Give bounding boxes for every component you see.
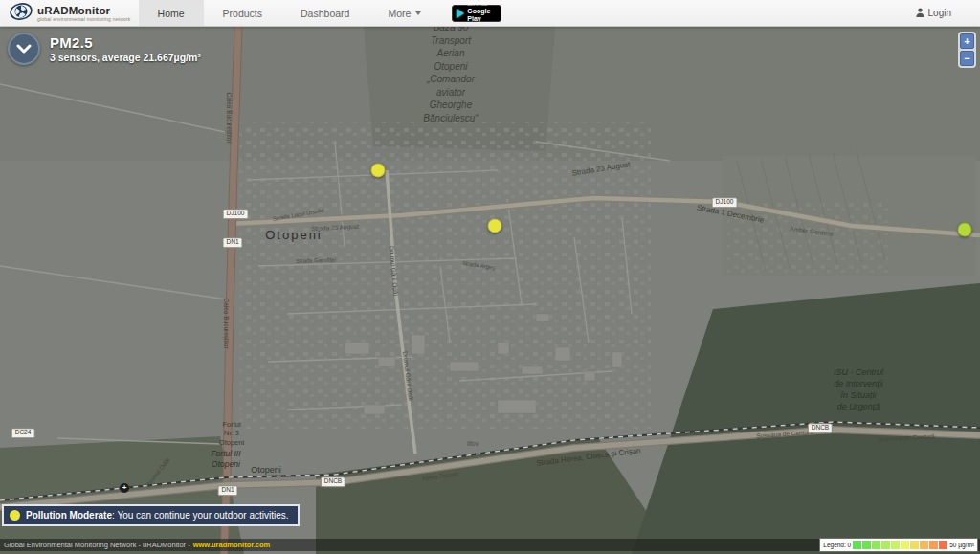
map-base-layer xyxy=(0,27,980,554)
legend-swatch xyxy=(929,541,938,549)
collapse-panel-button[interactable] xyxy=(8,33,40,65)
nav-item-dashboard[interactable]: Dashboard xyxy=(281,0,368,26)
brand-tagline: global environmental monitoring network xyxy=(37,16,131,22)
pollutant-panel: PM2.5 3 sensors, average 21.667µg/m³ xyxy=(8,33,201,65)
legend-max-label: 50 µg/m³ xyxy=(949,542,974,548)
chevron-down-icon xyxy=(16,40,32,57)
pollutant-title: PM2.5 xyxy=(50,34,201,51)
chevron-down-icon xyxy=(415,11,421,15)
login-label: Login xyxy=(928,8,951,18)
legend-color-scale xyxy=(853,541,947,549)
user-icon xyxy=(916,8,924,19)
sensor-marker[interactable] xyxy=(958,223,972,237)
sensor-marker[interactable] xyxy=(371,164,386,178)
pollution-status-message: : You can continue your outdoor activiti… xyxy=(112,510,289,521)
poi-plus-icon: + xyxy=(120,483,129,493)
top-navbar: uRADMonitor global environmental monitor… xyxy=(0,0,980,27)
pollution-legend: Legend: 0 50 µg/m³ xyxy=(819,538,978,552)
google-play-badge[interactable]: GET IT ON Google Play xyxy=(452,5,501,22)
map-zoom-control: + − xyxy=(958,32,976,68)
pollutant-summary: 3 sensors, average 21.667µg/m³ xyxy=(50,52,201,63)
zoom-out-button[interactable]: − xyxy=(960,51,974,66)
nav-item-products[interactable]: Products xyxy=(204,0,281,26)
legend-swatch xyxy=(853,541,861,549)
legend-swatch xyxy=(901,541,909,549)
google-play-icon xyxy=(457,9,464,18)
legend-swatch xyxy=(862,541,871,549)
legend-swatch xyxy=(920,541,928,549)
legend-swatch xyxy=(872,541,880,549)
footer-link[interactable]: www.uradmonitor.com xyxy=(193,541,271,549)
nav-item-home[interactable]: Home xyxy=(139,0,204,26)
map-canvas[interactable]: Baza 90 Transport Aerian Otopeni „Comand… xyxy=(0,27,980,554)
brand-name: uRADMonitor xyxy=(37,5,131,16)
pollution-status-banner: Pollution Moderate: You can continue you… xyxy=(2,504,300,526)
login-button[interactable]: Login xyxy=(916,0,980,26)
legend-swatch xyxy=(881,541,890,549)
sensor-marker[interactable] xyxy=(488,219,502,233)
pollution-level-icon xyxy=(10,510,20,521)
brand-logo[interactable]: uRADMonitor global environmental monitor… xyxy=(0,0,139,26)
legend-swatch xyxy=(910,541,919,549)
pollution-status-text: Pollution Moderate: You can continue you… xyxy=(26,510,289,521)
legend-min-label: Legend: 0 xyxy=(823,542,851,548)
nav-items: HomeProductsDashboardMore xyxy=(139,0,441,26)
nav-item-more[interactable]: More xyxy=(368,0,440,26)
zoom-in-button[interactable]: + xyxy=(960,33,974,49)
footer-text: Global Environmental Monitoring Network … xyxy=(4,541,190,549)
pollution-status-title: Pollution Moderate xyxy=(26,510,112,521)
uradmonitor-logo-icon xyxy=(10,1,33,26)
legend-swatch xyxy=(939,541,947,549)
google-play-line2: Google Play xyxy=(467,8,497,22)
legend-swatch xyxy=(891,541,900,549)
